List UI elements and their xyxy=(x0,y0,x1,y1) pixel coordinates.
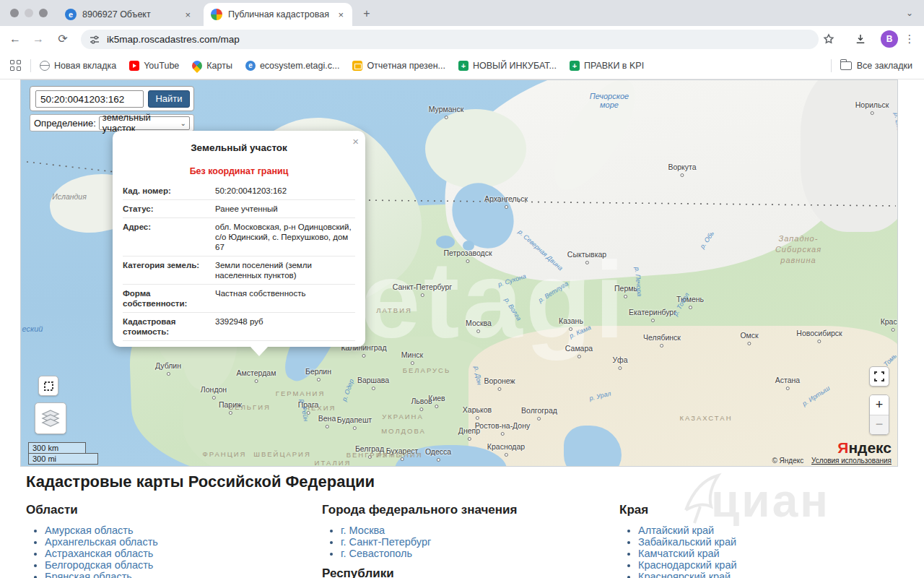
browser-menu-icon[interactable]: ⋮ xyxy=(901,30,918,48)
bookmark-item[interactable]: Отчетная презен... xyxy=(352,61,445,71)
city-label: Будапешт xyxy=(337,413,372,430)
list-item: Амурская область xyxy=(45,525,300,536)
popup-row-label: Адрес: xyxy=(123,222,215,252)
city-marker-icon xyxy=(420,407,424,411)
city-name: Красно xyxy=(881,317,898,326)
city-name: Казань xyxy=(559,316,583,325)
popup-title: Земельный участок xyxy=(123,138,355,162)
city-label: Ростов-на-Дону xyxy=(475,418,531,436)
city-marker-icon xyxy=(444,116,448,119)
download-icon[interactable] xyxy=(852,30,869,48)
city-label: Харьков xyxy=(463,402,492,420)
region-link[interactable]: г. Севастополь xyxy=(341,548,412,559)
popup-row-value: 50:20:0041203:162 xyxy=(215,186,287,196)
new-tab-button[interactable]: + xyxy=(359,7,374,21)
profile-avatar[interactable]: B xyxy=(881,30,898,48)
bookmark-item[interactable]: НОВЫЙ ИНКУБАТ... xyxy=(458,61,557,71)
bookmark-star-icon[interactable] xyxy=(820,30,837,48)
tab-close-icon[interactable]: × xyxy=(336,9,345,20)
address-bar[interactable]: ik5map.roscadastres.com/map xyxy=(81,30,819,49)
terms-of-use-link[interactable]: Условия использования xyxy=(811,457,892,465)
city-marker-icon xyxy=(420,293,424,297)
zoom-in-button[interactable]: + xyxy=(870,395,889,415)
maximize-window-button[interactable] xyxy=(39,9,48,17)
city-name: Петрозаводск xyxy=(443,249,492,257)
bookmark-item[interactable]: YouTube xyxy=(129,61,179,71)
back-button[interactable]: ← xyxy=(6,30,25,48)
region-link[interactable]: г. Санкт-Петербург xyxy=(341,536,431,548)
layers-button[interactable] xyxy=(35,402,66,434)
city-marker-icon xyxy=(466,259,469,263)
popup-row-value: Земли поселений (земли населенных пункто… xyxy=(215,260,355,280)
popup-row: Статус:Ранее учтенный xyxy=(123,200,355,218)
popup-warning: Без координат границ xyxy=(123,162,355,182)
region-link[interactable]: Брянская область xyxy=(45,571,132,578)
search-input[interactable] xyxy=(35,90,144,108)
list-item: Астраханская область xyxy=(45,548,300,559)
city-label: Екатеринбург xyxy=(629,305,676,322)
window-controls[interactable] xyxy=(10,9,48,17)
tab-object[interactable]: e 8906927 Объект × xyxy=(58,3,199,26)
fullscreen-button[interactable] xyxy=(869,366,889,387)
region-link[interactable]: Краснодарский край xyxy=(638,559,737,571)
forward-button[interactable]: → xyxy=(29,30,48,48)
city-name: Новосибирск xyxy=(796,329,842,337)
copyright-text: © Яндекс xyxy=(772,457,803,465)
city-label: Краснодар xyxy=(487,439,525,457)
region-link[interactable]: Алтайский край xyxy=(638,525,714,536)
bookmark-item[interactable]: eecosystem.etagi.c... xyxy=(245,61,339,71)
bookmark-item[interactable]: Новая вкладка xyxy=(40,61,116,71)
pin-icon xyxy=(190,59,204,73)
sheets-icon xyxy=(570,61,580,71)
city-label: Архангельск xyxy=(484,191,528,209)
region-link[interactable]: Белгородская область xyxy=(45,559,153,571)
all-bookmarks-button[interactable]: Все закладки xyxy=(857,61,912,71)
city-marker-icon xyxy=(325,425,328,428)
yandex-logo[interactable]: Яндекс xyxy=(837,439,892,457)
tab-close-icon[interactable]: × xyxy=(183,9,192,20)
area-select-button[interactable] xyxy=(38,376,58,396)
popup-row-label: Статус: xyxy=(123,204,215,214)
city-label: Пермь xyxy=(614,281,637,298)
region-label: РУМЫНИЯ xyxy=(377,451,422,459)
column-heading: Города федерального значения xyxy=(322,503,596,517)
map-canvas[interactable]: etagi МурманскНорильскВоркутаАрхангельск… xyxy=(20,79,898,467)
region-link[interactable]: Забайкальский край xyxy=(638,536,736,548)
find-button[interactable]: Найти xyxy=(148,90,190,108)
city-marker-icon xyxy=(688,306,692,309)
region-link[interactable]: Камчатский край xyxy=(638,548,720,559)
region-link[interactable]: г. Москва xyxy=(341,525,385,536)
map-attribution: © Яндекс Условия использования xyxy=(772,457,892,465)
parcel-info-popup: × Земельный участок Без координат границ… xyxy=(113,131,365,347)
definition-select[interactable]: земельный участок ⌄ xyxy=(99,116,190,130)
etagi-icon: e xyxy=(245,61,256,71)
popup-close-icon[interactable]: × xyxy=(352,135,359,147)
close-window-button[interactable] xyxy=(10,9,19,17)
popup-row: Адрес:обл. Московская, р-н Одинцовский, … xyxy=(123,218,355,256)
city-label: Омск xyxy=(740,328,758,345)
bookmark-item[interactable]: Карты xyxy=(192,61,232,71)
apps-grid-icon[interactable] xyxy=(10,60,22,72)
column-heading: Области xyxy=(26,503,300,517)
list-item: Белгородская область xyxy=(45,559,300,571)
city-marker-icon xyxy=(681,173,684,177)
city-name: Сыктывкар xyxy=(567,250,606,259)
bookmark-label: Карты xyxy=(206,61,232,71)
region-link[interactable]: Амурская область xyxy=(45,525,134,536)
region-link[interactable]: Архангельская область xyxy=(45,536,158,548)
zoom-out-button[interactable]: − xyxy=(870,415,889,435)
minimize-window-button[interactable] xyxy=(25,9,33,17)
bookmark-item[interactable]: ПРАВКИ в KPI xyxy=(570,61,644,71)
city-name: Екатеринбург xyxy=(629,308,676,316)
chevron-down-icon: ⌄ xyxy=(180,119,186,127)
tab-search-chevron-icon[interactable]: ⌄ xyxy=(902,7,917,21)
divider xyxy=(831,59,832,72)
tab-cadastral-map[interactable]: Публичная кадастровая кар × xyxy=(204,3,352,26)
city-label: Санкт-Петербург xyxy=(393,280,452,297)
region-link[interactable]: Астраханская область xyxy=(45,548,153,559)
region-link[interactable]: Красноярский край xyxy=(638,571,731,578)
city-marker-icon xyxy=(229,411,232,415)
bookmarks-bar: Новая вкладкаYouTubeКартыeecosystem.etag… xyxy=(0,52,924,79)
reload-button[interactable]: ⟳ xyxy=(53,30,72,48)
bookmark-label: ПРАВКИ в KPI xyxy=(584,61,644,71)
